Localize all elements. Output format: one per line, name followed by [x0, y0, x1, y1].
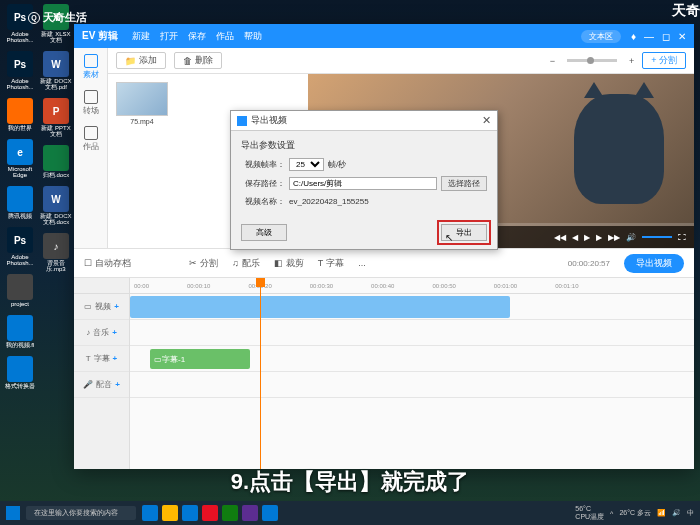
watermark-right: 天奇 [672, 2, 700, 20]
menu-item[interactable]: 新建 [132, 30, 150, 43]
menu-item[interactable]: 打开 [160, 30, 178, 43]
desktop-icon[interactable]: PsAdobe Photosh... [4, 51, 36, 90]
sidebar-item[interactable]: 作品 [83, 126, 99, 152]
taskbar-icon[interactable] [262, 505, 278, 521]
sidebar-item[interactable]: 转场 [83, 90, 99, 116]
desktop-icon[interactable]: 我的视频.fl [4, 315, 36, 348]
desktop-icon[interactable]: W新建 DOCX 文档.pdf [40, 51, 72, 90]
split-button[interactable]: + 分割 [642, 52, 686, 69]
sidebar-item[interactable]: 素材 [83, 54, 99, 80]
subtitle-track[interactable]: ▭ 字幕-1 [130, 346, 694, 372]
taskbar-icon[interactable] [202, 505, 218, 521]
track-label-video[interactable]: ▭ 视频 + [74, 294, 129, 320]
next-icon[interactable]: ▶ [596, 233, 602, 242]
cpu-temp: 56°CCPU温度 [575, 505, 604, 522]
volume-icon[interactable]: 🔊 [626, 233, 636, 242]
dialog-section-title: 导出参数设置 [241, 139, 487, 152]
menu-item[interactable]: 作品 [216, 30, 234, 43]
media-clip[interactable]: 75.mp4 [116, 82, 168, 125]
tool-subtitle[interactable]: T 字幕 [318, 257, 345, 270]
desktop-icon[interactable]: W新建 DOCX 文档.docx [40, 186, 72, 225]
start-button[interactable] [6, 506, 20, 520]
playhead[interactable] [260, 278, 261, 469]
next-frame-icon[interactable]: ▶▶ [608, 233, 620, 242]
titlebar[interactable]: EV 剪辑 新建打开保存作品帮助 文本区 ♦ — ◻ ✕ [74, 24, 694, 48]
minimize-icon[interactable]: — [644, 31, 654, 42]
taskbar-search[interactable]: 在这里输入你要搜索的内容 [26, 506, 136, 520]
ime-icon[interactable]: 中 [687, 508, 694, 518]
track-label-audio[interactable]: ♪ 音乐 + [74, 320, 129, 346]
desktop-icon[interactable]: P新建 PPTX 文档 [40, 98, 72, 137]
desktop-icon[interactable]: 格式转换器 [4, 356, 36, 389]
prev-icon[interactable]: ◀ [572, 233, 578, 242]
tool-crop[interactable]: ◧ 裁剪 [274, 257, 304, 270]
play-icon[interactable]: ▶ [584, 233, 590, 242]
taskbar-icon[interactable] [222, 505, 238, 521]
weather[interactable]: 26°C 多云 [619, 508, 651, 518]
fps-label: 视频帧率： [241, 159, 285, 170]
name-value: ev_20220428_155255 [289, 197, 487, 206]
maximize-icon[interactable]: ◻ [662, 31, 670, 42]
watermark-icon: Q [28, 12, 40, 24]
tracks-area[interactable]: 00:0000:00:1000:00:2000:00:3000:00:4000:… [130, 278, 694, 469]
watermark-left: Q 天奇生活 [28, 10, 87, 25]
fullscreen-icon[interactable]: ⛶ [678, 233, 686, 242]
desktop-icon[interactable]: 我的世界 [4, 98, 36, 131]
timecode: 00:00:20:57 [568, 259, 610, 268]
dialog-close-icon[interactable]: ✕ [482, 114, 491, 127]
window-buttons: ♦ — ◻ ✕ [631, 31, 686, 42]
advanced-button[interactable]: 高级 [241, 224, 287, 241]
autosave-checkbox[interactable]: ☐ 自动存档 [84, 257, 131, 270]
video-track[interactable] [130, 294, 694, 320]
browse-button[interactable]: 选择路径 [441, 176, 487, 191]
taskbar-icon[interactable] [242, 505, 258, 521]
app-menu: 新建打开保存作品帮助 [132, 30, 262, 43]
overlay-track[interactable] [130, 372, 694, 398]
prev-frame-icon[interactable]: ◀◀ [554, 233, 566, 242]
tool-split[interactable]: ✂ 分割 [189, 257, 218, 270]
desktop-icons-col2: X新建 XLSX 文档W新建 DOCX 文档.pdfP新建 PPTX 文档归档.… [40, 4, 72, 272]
path-input[interactable] [289, 177, 437, 190]
fps-unit: 帧/秒 [328, 159, 346, 170]
export-dialog: 导出视频 ✕ 导出参数设置 视频帧率： 25 帧/秒 保存路径： 选择路径 视频… [230, 110, 498, 250]
desktop-icon[interactable]: project [4, 274, 36, 307]
dialog-titlebar[interactable]: 导出视频 ✕ [231, 111, 497, 131]
tray-up-icon[interactable]: ^ [610, 510, 613, 517]
name-label: 视频名称： [241, 196, 285, 207]
track-label-subtitle[interactable]: T 字幕 + [74, 346, 129, 372]
fps-select[interactable]: 25 [289, 158, 324, 171]
taskbar-icon[interactable] [162, 505, 178, 521]
time-ruler: 00:0000:00:1000:00:2000:00:3000:00:4000:… [130, 278, 694, 294]
track-label-overlay[interactable]: 🎤 配音 + [74, 372, 129, 398]
taskbar[interactable]: 在这里输入你要搜索的内容 56°CCPU温度 ^ 26°C 多云 📶 🔊 中 [0, 501, 700, 525]
tools-row: ☐ 自动存档 ✂ 分割 ♫ 配乐 ◧ 裁剪 T 字幕 ... 00:00:20:… [74, 248, 694, 278]
zoom-in-icon[interactable]: + [629, 56, 634, 66]
zoom-out-icon[interactable]: − [550, 56, 555, 66]
desktop-icon[interactable]: eMicrosoft Edge [4, 139, 36, 178]
desktop-icon[interactable]: 腾讯视频 [4, 186, 36, 219]
sound-icon[interactable]: 🔊 [672, 509, 681, 517]
system-tray[interactable]: 56°CCPU温度 ^ 26°C 多云 📶 🔊 中 [575, 505, 694, 522]
volume-slider[interactable] [642, 236, 672, 238]
add-button[interactable]: 📁 添加 [116, 52, 166, 69]
menu-item[interactable]: 帮助 [244, 30, 262, 43]
close-icon[interactable]: ✕ [678, 31, 686, 42]
delete-button[interactable]: 🗑 删除 [174, 52, 222, 69]
titlebar-pill[interactable]: 文本区 [581, 30, 621, 43]
taskbar-icon[interactable] [142, 505, 158, 521]
menu-item[interactable]: 保存 [188, 30, 206, 43]
tool-music[interactable]: ♫ 配乐 [232, 257, 260, 270]
desktop-icon[interactable]: 归档.docx [40, 145, 72, 178]
taskbar-icon[interactable] [182, 505, 198, 521]
desktop-icon[interactable]: PsAdobe Photosh... [4, 227, 36, 266]
vip-icon[interactable]: ♦ [631, 31, 636, 42]
subtitle-clip[interactable]: ▭ 字幕-1 [150, 349, 250, 369]
desktop-icons: PsAdobe Photosh...PsAdobe Photosh...我的世界… [4, 4, 36, 389]
audio-track[interactable] [130, 320, 694, 346]
video-clip[interactable] [130, 296, 510, 318]
zoom-slider[interactable] [567, 59, 617, 62]
wifi-icon[interactable]: 📶 [657, 509, 666, 517]
desktop-icon[interactable]: ♪背景音乐.mp3 [40, 233, 72, 272]
tool-more[interactable]: ... [358, 258, 366, 268]
export-button[interactable]: 导出视频 [624, 254, 684, 273]
